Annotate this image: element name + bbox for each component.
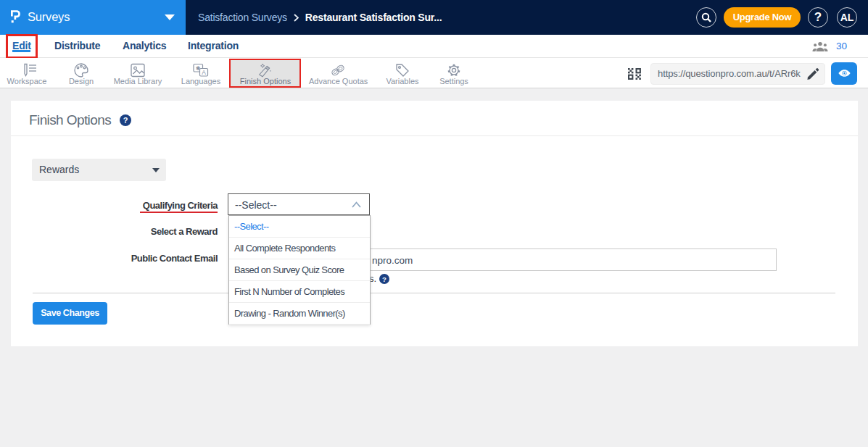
- svg-text:?: ?: [382, 275, 387, 283]
- svg-text:✱: ✱: [196, 65, 201, 72]
- svg-text:?: ?: [123, 116, 128, 125]
- svg-text:A: A: [202, 69, 206, 76]
